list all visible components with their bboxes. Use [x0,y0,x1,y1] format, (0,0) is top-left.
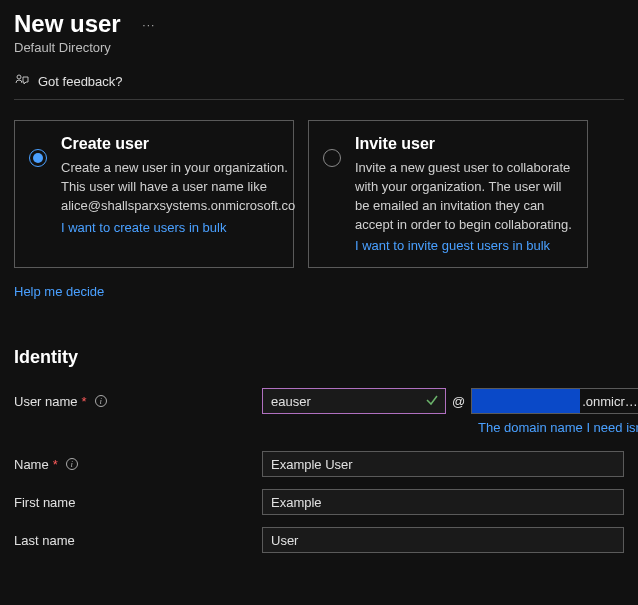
firstname-row: First name [14,489,624,515]
invite-user-radio[interactable] [323,149,341,167]
feedback-link[interactable]: Got feedback? [14,73,624,100]
info-icon[interactable]: i [95,395,107,407]
username-row: User name * i @ .onmicr… [14,388,624,414]
domain-hint-link[interactable]: The domain name I need isn't [262,420,638,435]
create-user-card[interactable]: Create user Create a new user in your or… [14,120,294,268]
firstname-label: First name [14,495,262,510]
create-user-title: Create user [61,135,295,153]
invite-user-desc: Invite a new guest user to collaborate w… [355,159,573,234]
name-label: Name * i [14,457,262,472]
domain-redacted [472,389,580,413]
help-decide-link[interactable]: Help me decide [14,284,104,299]
identity-section-title: Identity [14,347,624,368]
more-menu-icon[interactable]: ··· [142,18,155,32]
feedback-icon [14,73,30,89]
page-title: New user [14,10,121,38]
name-row: Name * i [14,451,624,477]
domain-suffix: .onmicr… [580,394,638,409]
required-indicator: * [82,394,87,409]
username-input[interactable] [271,393,437,409]
username-input-wrapper [262,388,446,414]
directory-subtitle: Default Directory [14,40,624,55]
svg-point-0 [17,75,21,79]
feedback-label: Got feedback? [38,74,123,89]
invite-user-card[interactable]: Invite user Invite a new guest user to c… [308,120,588,268]
header: New user ··· Default Directory [14,10,624,55]
name-input[interactable] [262,451,624,477]
at-symbol: @ [452,394,465,409]
check-icon [425,393,439,410]
firstname-input[interactable] [262,489,624,515]
domain-select[interactable]: .onmicr… [471,388,638,414]
lastname-input[interactable] [262,527,624,553]
create-user-radio[interactable] [29,149,47,167]
create-bulk-link[interactable]: I want to create users in bulk [61,220,226,235]
invite-bulk-link[interactable]: I want to invite guest users in bulk [355,238,550,253]
create-user-desc: Create a new user in your organization. … [61,159,295,216]
invite-user-title: Invite user [355,135,573,153]
user-type-cards: Create user Create a new user in your or… [14,120,624,268]
username-label: User name * i [14,394,262,409]
info-icon[interactable]: i [66,458,78,470]
required-indicator: * [53,457,58,472]
lastname-row: Last name [14,527,624,553]
lastname-label: Last name [14,533,262,548]
